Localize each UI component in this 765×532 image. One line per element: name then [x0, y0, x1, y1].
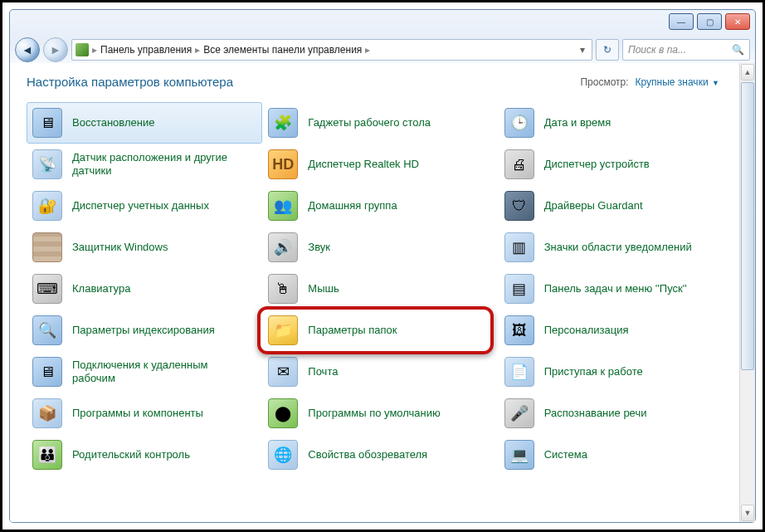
search-placeholder: Поиск в па...	[628, 44, 686, 56]
body: Настройка параметров компьютера Просмотр…	[10, 63, 755, 522]
mail-icon: ✉	[268, 357, 298, 387]
item-getting-started[interactable]: 📄 Приступая к работе	[499, 351, 734, 393]
breadcrumb-sep-icon: ▸	[195, 44, 200, 56]
scroll-up-button[interactable]: ▲	[741, 64, 754, 81]
defender-icon	[32, 232, 62, 262]
item-parental-controls[interactable]: 👪 Родительский контроль	[27, 434, 262, 476]
item-system[interactable]: 💻 Система	[499, 434, 734, 476]
tray-icon: ▥	[504, 232, 534, 262]
item-realtek-hd[interactable]: HD Диспетчер Realtek HD	[262, 144, 498, 185]
item-label: Распознавание речи	[544, 407, 647, 420]
guardant-icon: 🛡	[504, 191, 534, 221]
items-grid: 🖥 Восстановление 🧩 Гаджеты рабочего стол…	[27, 102, 734, 476]
item-remote-desktop[interactable]: 🖥 Подключения к удаленным рабочим	[27, 351, 262, 393]
item-desktop-gadgets[interactable]: 🧩 Гаджеты рабочего стола	[262, 102, 498, 144]
taskbar-icon: ▤	[504, 274, 534, 304]
item-label: Звук	[308, 241, 330, 254]
item-label: Мышь	[308, 282, 339, 295]
item-label: Родительский контроль	[72, 448, 190, 461]
nav-back-button[interactable]: ◄	[15, 37, 40, 62]
item-label: Значки области уведомлений	[544, 241, 692, 254]
close-button[interactable]: ✕	[725, 13, 750, 30]
item-keyboard[interactable]: ⌨ Клавиатура	[27, 268, 262, 310]
item-homegroup[interactable]: 👥 Домашняя группа	[262, 185, 498, 227]
item-notification-icons[interactable]: ▥ Значки области уведомлений	[499, 227, 734, 268]
item-label: Драйверы Guardant	[544, 199, 643, 212]
view-label: Просмотр:	[580, 76, 628, 88]
item-label: Восстановление	[72, 116, 154, 129]
maximize-button[interactable]: ▢	[697, 13, 722, 30]
breadcrumb-segment[interactable]: Все элементы панели управления	[203, 44, 362, 56]
item-label: Свойства обозревателя	[308, 448, 427, 461]
system-icon: 💻	[504, 440, 534, 470]
item-taskbar-start[interactable]: ▤ Панель задач и меню ''Пуск''	[499, 268, 734, 310]
breadcrumb-dropdown-icon[interactable]: ▾	[577, 44, 588, 56]
minimize-button[interactable]: —	[669, 13, 694, 30]
item-label: Приступая к работе	[544, 365, 643, 378]
item-speech-recognition[interactable]: 🎤 Распознавание речи	[499, 393, 734, 434]
item-personalization[interactable]: 🖼 Персонализация	[499, 310, 734, 351]
item-programs-features[interactable]: 📦 Программы и компоненты	[27, 393, 262, 434]
programs-icon: 📦	[32, 398, 62, 428]
item-label: Программы по умолчанию	[308, 407, 440, 420]
remote-desktop-icon: 🖥	[32, 357, 62, 387]
highlight-wrapper: 📁 Параметры папок	[262, 310, 498, 351]
scroll-down-button[interactable]: ▼	[741, 505, 754, 521]
item-label: Датчик расположения и другие датчики	[72, 151, 253, 177]
chevron-down-icon: ▼	[710, 79, 719, 87]
recovery-icon: 🖥	[32, 108, 62, 138]
realtek-icon: HD	[268, 149, 298, 179]
item-mouse[interactable]: 🖱 Мышь	[262, 268, 498, 310]
default-programs-icon: ⬤	[268, 398, 298, 428]
parental-icon: 👪	[32, 440, 62, 470]
refresh-button[interactable]: ↻	[596, 39, 619, 61]
breadcrumb-root[interactable]: Панель управления	[100, 44, 192, 56]
keyboard-icon: ⌨	[32, 274, 62, 304]
scroll-track[interactable]	[741, 82, 754, 503]
item-label: Домашняя группа	[308, 199, 397, 212]
scroll-thumb[interactable]	[741, 82, 754, 370]
item-windows-defender[interactable]: Защитник Windows	[27, 227, 262, 268]
item-default-programs[interactable]: ⬤ Программы по умолчанию	[262, 393, 498, 434]
internet-options-icon: 🌐	[268, 440, 298, 470]
item-internet-options[interactable]: 🌐 Свойства обозревателя	[262, 434, 498, 476]
folder-options-icon: 📁	[268, 315, 298, 345]
vertical-scrollbar[interactable]: ▲ ▼	[739, 63, 755, 522]
item-date-time[interactable]: 🕒 Дата и время	[499, 102, 734, 144]
view-value[interactable]: Крупные значки ▼	[636, 76, 719, 88]
item-mail[interactable]: ✉ Почта	[262, 351, 498, 393]
item-guardant-drivers[interactable]: 🛡 Драйверы Guardant	[499, 185, 734, 227]
control-panel-icon	[76, 43, 89, 56]
header-row: Настройка параметров компьютера Просмотр…	[27, 75, 734, 89]
titlebar: — ▢ ✕	[10, 10, 755, 37]
item-label: Диспетчер устройств	[544, 158, 650, 171]
sound-icon: 🔊	[268, 232, 298, 262]
item-indexing-options[interactable]: 🔍 Параметры индексирования	[27, 310, 262, 351]
breadcrumb-bar[interactable]: ▸ Панель управления ▸ Все элементы панел…	[71, 39, 592, 61]
item-credential-manager[interactable]: 🔐 Диспетчер учетных данных	[27, 185, 262, 227]
screenshot-frame: — ▢ ✕ ◄ ► ▸ Панель управления ▸ Все элем…	[0, 0, 765, 532]
item-location-sensor[interactable]: 📡 Датчик расположения и другие датчики	[27, 144, 262, 185]
item-folder-options[interactable]: 📁 Параметры папок	[262, 310, 498, 351]
search-input[interactable]: Поиск в па... 🔍	[622, 39, 750, 61]
content-area: Настройка параметров компьютера Просмотр…	[10, 63, 739, 522]
item-recovery[interactable]: 🖥 Восстановление	[27, 102, 262, 144]
search-icon: 🔍	[732, 44, 744, 56]
nav-forward-button[interactable]: ►	[43, 37, 68, 62]
sensor-icon: 📡	[32, 149, 62, 179]
item-label: Диспетчер Realtek HD	[308, 158, 419, 171]
speech-icon: 🎤	[504, 398, 534, 428]
item-label: Подключения к удаленным рабочим	[72, 359, 253, 384]
clock-icon: 🕒	[504, 108, 534, 138]
item-label: Панель задач и меню ''Пуск''	[544, 282, 687, 295]
personalization-icon: 🖼	[504, 315, 534, 345]
item-label: Система	[544, 448, 587, 461]
view-picker[interactable]: Просмотр: Крупные значки ▼	[580, 76, 719, 88]
item-device-manager[interactable]: 🖨 Диспетчер устройств	[499, 144, 734, 185]
page-title: Настройка параметров компьютера	[27, 75, 233, 89]
indexing-icon: 🔍	[32, 315, 62, 345]
item-label: Гаджеты рабочего стола	[308, 116, 431, 129]
item-sound[interactable]: 🔊 Звук	[262, 227, 498, 268]
breadcrumb-sep-icon: ▸	[92, 44, 97, 56]
getting-started-icon: 📄	[504, 357, 534, 387]
